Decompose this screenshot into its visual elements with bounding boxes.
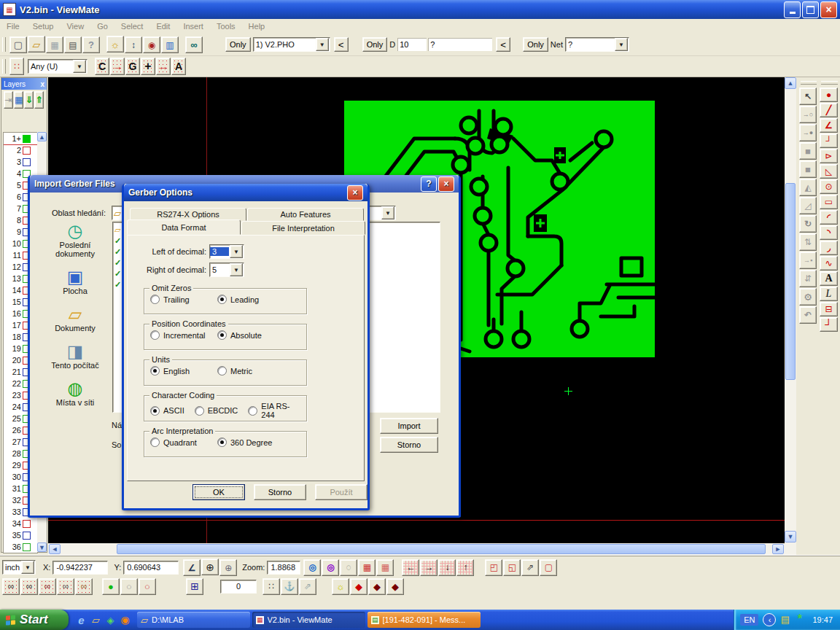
zoom-in-icon[interactable]: ◎ — [303, 559, 321, 576]
chevron-down-icon[interactable]: ▼ — [381, 206, 394, 219]
resize-icon[interactable]: ⇗ — [521, 559, 539, 576]
radio-ascii[interactable]: ASCII — [150, 406, 184, 416]
zoom-grid-icon[interactable]: ◎ — [322, 559, 339, 576]
radio-quadrant[interactable]: Quadrant — [150, 438, 217, 447]
y-coordinate-field[interactable]: 0.690643 — [123, 561, 179, 575]
cancel-button[interactable]: Storno — [380, 437, 438, 453]
new-file-icon[interactable]: ▢ — [9, 36, 27, 53]
place-tento-po-ta-[interactable]: ◨Tento počítač — [40, 342, 110, 370]
dcode-filter-input[interactable] — [428, 38, 492, 51]
menu-select[interactable]: Select — [114, 20, 150, 32]
media-icon[interactable]: ◈ — [104, 612, 117, 628]
square-a-icon[interactable]: ■ — [799, 142, 817, 160]
select-a-icon[interactable]: A — [171, 58, 186, 75]
bulb-on-icon[interactable]: ● — [102, 578, 120, 595]
layer-color-swatch[interactable] — [23, 135, 31, 143]
layer-color-swatch[interactable] — [23, 147, 31, 155]
menu-setup[interactable]: Setup — [26, 20, 61, 32]
copy-item-icon[interactable]: →● — [799, 124, 817, 141]
view-fills-icon[interactable]: ∞ — [75, 578, 93, 595]
place-dokumenty[interactable]: ▱Dokumenty — [40, 305, 110, 332]
layer-combobox[interactable]: 1) V2.PHO ▼ — [253, 37, 330, 52]
layer-down-icon[interactable]: ⇓ — [24, 91, 34, 109]
zoom-corner-icon[interactable]: ◰ — [485, 559, 502, 576]
pan-down-icon[interactable]: ↓ — [438, 559, 456, 576]
layer-color-swatch[interactable] — [23, 158, 31, 166]
draw-arc2-icon[interactable]: ◝ — [820, 225, 838, 240]
chevron-down-icon[interactable]: ▼ — [230, 245, 243, 258]
tab-data-format[interactable]: Data Format — [127, 219, 241, 235]
flash-dark-icon[interactable]: ◆ — [368, 578, 386, 595]
chevron-down-icon[interactable]: ▼ — [73, 60, 86, 73]
label-tool-icon[interactable]: L — [820, 287, 838, 301]
vertical-scroll-thumb[interactable] — [785, 183, 796, 380]
view-polygons-icon[interactable]: ∞ — [39, 578, 56, 595]
zoom-field[interactable]: 1.8868 — [267, 561, 300, 575]
pan-up-icon[interactable]: ↑ — [456, 559, 474, 576]
tab-auto-features[interactable]: Auto Features — [247, 208, 364, 221]
dimension-tool-icon[interactable]: ⊟ — [820, 302, 838, 316]
language-indicator[interactable]: EN — [740, 614, 758, 626]
scroll-down-icon[interactable]: ▼ — [37, 542, 47, 552]
close-button[interactable]: × — [438, 176, 454, 192]
select-plus-icon[interactable]: + — [141, 58, 155, 75]
layer-row-36[interactable]: 36 — [4, 541, 37, 553]
tile-windows-icon[interactable]: ⊞ — [186, 578, 203, 595]
select-h-icon[interactable]: ↔ — [156, 58, 171, 75]
align-icon[interactable]: ⇅ — [799, 233, 817, 251]
rotate-icon[interactable]: ↻ — [799, 215, 817, 233]
move-to-icon[interactable]: →▪ — [799, 252, 817, 269]
flash-yellow-icon[interactable]: ☼ — [332, 578, 349, 595]
layer-color-swatch[interactable] — [23, 532, 31, 540]
selection-filter-icon[interactable]: ∷ — [9, 58, 24, 75]
radio-metric[interactable]: Metric — [217, 366, 284, 376]
layer-color-swatch[interactable] — [23, 543, 31, 551]
only-dcode-toggle[interactable]: Only — [362, 37, 388, 52]
layer-move-icon[interactable]: ⇥ — [4, 91, 13, 109]
anchor-icon[interactable]: ⚓ — [281, 578, 298, 595]
radio-eia-rs-244[interactable]: EIA RS-244 — [248, 402, 293, 419]
radio-leading[interactable]: Leading — [217, 295, 284, 304]
draw-line-icon[interactable]: ╱ — [820, 103, 838, 117]
close-icon[interactable]: x — [40, 80, 44, 88]
radio-absolute[interactable]: Absolute — [217, 330, 284, 340]
select-mode-combobox[interactable]: Any (U) ▼ — [28, 59, 88, 74]
chevron-down-icon[interactable]: ▼ — [21, 561, 34, 574]
x-coordinate-field[interactable]: -0.942237 — [52, 561, 108, 575]
shear-icon[interactable]: ◿ — [799, 197, 817, 214]
layer-table-icon[interactable]: ▦ — [14, 91, 23, 109]
tab-file-interpretation[interactable]: File Interpretation — [241, 221, 365, 235]
only-net-toggle[interactable]: Only — [523, 37, 548, 52]
minimize-button[interactable] — [784, 1, 801, 18]
place-plocha[interactable]: ▣Plocha — [40, 268, 110, 295]
draw-sketch-icon[interactable]: ∿ — [820, 256, 838, 271]
close-button[interactable]: × — [347, 185, 363, 201]
hide-icons-icon[interactable]: ‹ — [763, 613, 776, 626]
flash-corner-icon[interactable]: ◆ — [386, 578, 404, 595]
order-icon[interactable]: ⇵ — [799, 270, 817, 287]
bulb-off-icon[interactable]: ○ — [120, 578, 138, 595]
left-of-decimal-combobox[interactable]: 3 ▼ — [209, 244, 244, 259]
view-pads-icon[interactable]: ∞ — [2, 578, 20, 595]
view-lines-icon[interactable]: ∞ — [57, 578, 74, 595]
taskbar-task[interactable]: ▱D:\MLAB — [137, 612, 250, 628]
open-folder-icon[interactable]: ▱ — [28, 36, 45, 52]
taskbar-task[interactable]: ▤[191-482-091] - Mess... — [368, 612, 481, 628]
select-goto-icon[interactable]: → — [110, 58, 125, 75]
right-of-decimal-combobox[interactable]: 5 ▼ — [209, 262, 244, 277]
square-b-icon[interactable]: ■ — [799, 160, 817, 178]
chevron-down-icon[interactable]: ▼ — [615, 38, 628, 51]
layer-colors-icon[interactable]: ▥ — [161, 36, 179, 53]
vertical-scrollbar[interactable]: ▲ ▼ — [785, 77, 796, 621]
checked-file-icon[interactable]: ✓ — [114, 280, 121, 291]
bulb-outline-icon[interactable]: ○ — [139, 578, 156, 595]
radio-incremental[interactable]: Incremental — [150, 330, 217, 340]
measure-glasses-icon[interactable]: ∞ — [185, 36, 203, 53]
radio-360-degree[interactable]: 360 Degree — [217, 438, 284, 447]
select-tool-icon[interactable]: ↖ — [799, 88, 817, 105]
ok-button[interactable]: OK — [192, 484, 245, 500]
draw-corner-icon[interactable]: ┘ — [820, 133, 838, 148]
dot-grid-icon[interactable]: ∷ — [262, 578, 280, 595]
menu-edit[interactable]: Edit — [149, 20, 176, 32]
folder-small-icon[interactable]: ▱ — [114, 225, 121, 236]
